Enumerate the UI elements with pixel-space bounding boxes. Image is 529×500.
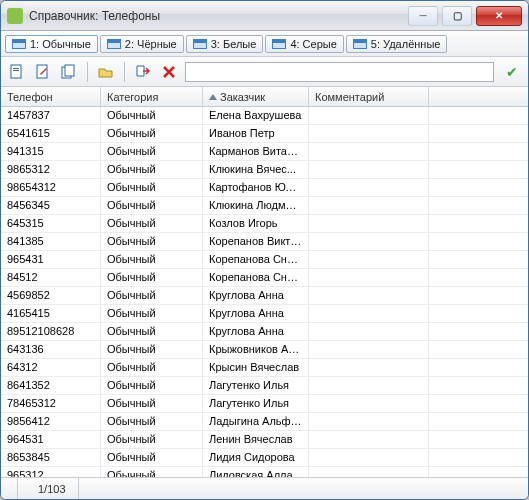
table-row[interactable]: 841385ОбычныйКорепанов Виктор	[1, 233, 528, 251]
cell-category: Обычный	[101, 431, 203, 448]
table-row[interactable]: 8641352ОбычныйЛагутенко Илья	[1, 377, 528, 395]
table-row[interactable]: 1457837ОбычныйЕлена Вахрушева	[1, 107, 528, 125]
category-tabs-bar: 1: Обычные2: Чёрные3: Белые4: Серые5: Уд…	[1, 31, 528, 57]
category-tab-1[interactable]: 2: Чёрные	[100, 35, 184, 53]
svg-rect-0	[11, 65, 21, 78]
table-row[interactable]: 965312ОбычныйЛидовская Алла	[1, 467, 528, 477]
cell-customer: Круглова Анна	[203, 305, 309, 322]
table-row[interactable]: 645315ОбычныйКозлов Игорь	[1, 215, 528, 233]
cell-category: Обычный	[101, 377, 203, 394]
record-position: 1/103	[17, 478, 79, 499]
cell-phone: 4165415	[1, 305, 101, 322]
category-tab-2[interactable]: 3: Белые	[186, 35, 264, 53]
cell-phone: 841385	[1, 233, 101, 250]
table-row[interactable]: 643136ОбычныйКрыжовников Аб...	[1, 341, 528, 359]
cell-comment	[309, 161, 429, 178]
table-row[interactable]: 9865312ОбычныйКлюкина Вячес...	[1, 161, 528, 179]
svg-rect-3	[37, 65, 47, 78]
category-tab-3[interactable]: 4: Серые	[265, 35, 343, 53]
cell-phone: 9865312	[1, 161, 101, 178]
content-area: Телефон Категория Заказчик Комментарий 1…	[1, 87, 528, 477]
cell-comment	[309, 233, 429, 250]
sort-asc-icon	[209, 94, 217, 100]
cell-phone: 8641352	[1, 377, 101, 394]
tab-table-icon	[107, 39, 121, 49]
export-button[interactable]	[133, 62, 153, 82]
copy-record-button[interactable]	[59, 62, 79, 82]
cell-category: Обычный	[101, 467, 203, 477]
search-input[interactable]	[185, 62, 494, 82]
grid-body[interactable]: 1457837ОбычныйЕлена Вахрушева6541615Обыч…	[1, 107, 528, 477]
cell-phone: 964531	[1, 431, 101, 448]
table-row[interactable]: 965431ОбычныйКорепанова Сне...	[1, 251, 528, 269]
cell-customer: Лидия Сидорова	[203, 449, 309, 466]
app-window: Справочник: Телефоны ─ ▢ ✕ 1: Обычные2: …	[0, 0, 529, 500]
cell-category: Обычный	[101, 215, 203, 232]
cell-comment	[309, 323, 429, 340]
cell-customer: Карманов Виталий	[203, 143, 309, 160]
cell-phone: 965431	[1, 251, 101, 268]
cell-category: Обычный	[101, 359, 203, 376]
cell-category: Обычный	[101, 323, 203, 340]
cell-customer: Круглова Анна	[203, 287, 309, 304]
app-icon	[7, 8, 23, 24]
cell-customer: Ленин Вячеслав	[203, 431, 309, 448]
table-row[interactable]: 4165415ОбычныйКруглова Анна	[1, 305, 528, 323]
delete-x-icon	[162, 65, 176, 79]
cell-comment	[309, 179, 429, 196]
edit-record-button[interactable]	[33, 62, 53, 82]
table-row[interactable]: 64312ОбычныйКрысин Вячеслав	[1, 359, 528, 377]
cell-phone: 6541615	[1, 125, 101, 142]
tab-label: 1: Обычные	[30, 38, 91, 50]
cell-phone: 643136	[1, 341, 101, 358]
cell-customer: Ладыгина Альфия	[203, 413, 309, 430]
cell-category: Обычный	[101, 449, 203, 466]
document-copy-icon	[61, 64, 77, 80]
table-row[interactable]: 98654312ОбычныйКартофанов Юлий	[1, 179, 528, 197]
cell-customer: Иванов Петр	[203, 125, 309, 142]
cell-phone: 941315	[1, 143, 101, 160]
apply-filter-button[interactable]: ✔	[506, 64, 518, 80]
table-row[interactable]: 84512ОбычныйКорепанова Сне...	[1, 269, 528, 287]
maximize-button[interactable]: ▢	[442, 6, 472, 26]
close-button[interactable]: ✕	[476, 6, 522, 26]
document-new-icon	[9, 64, 25, 80]
table-row[interactable]: 8653845ОбычныйЛидия Сидорова	[1, 449, 528, 467]
cell-comment	[309, 449, 429, 466]
column-header-comment[interactable]: Комментарий	[309, 87, 429, 106]
cell-category: Обычный	[101, 197, 203, 214]
cell-comment	[309, 359, 429, 376]
cell-comment	[309, 431, 429, 448]
new-record-button[interactable]	[7, 62, 27, 82]
tab-label: 5: Удалённые	[371, 38, 441, 50]
table-row[interactable]: 6541615ОбычныйИванов Петр	[1, 125, 528, 143]
table-row[interactable]: 9856412ОбычныйЛадыгина Альфия	[1, 413, 528, 431]
cell-customer: Елена Вахрушева	[203, 107, 309, 124]
cell-phone: 78465312	[1, 395, 101, 412]
category-tab-4[interactable]: 5: Удалённые	[346, 35, 448, 53]
minimize-button[interactable]: ─	[408, 6, 438, 26]
cell-category: Обычный	[101, 233, 203, 250]
delete-button[interactable]	[159, 62, 179, 82]
category-tab-0[interactable]: 1: Обычные	[5, 35, 98, 53]
cell-customer: Лагутенко Илья	[203, 377, 309, 394]
table-row[interactable]: 89512108628ОбычныйКруглова Анна	[1, 323, 528, 341]
refresh-button[interactable]	[96, 62, 116, 82]
column-header-customer[interactable]: Заказчик	[203, 87, 309, 106]
folder-open-icon	[98, 64, 114, 80]
cell-phone: 98654312	[1, 179, 101, 196]
tab-table-icon	[272, 39, 286, 49]
column-header-category[interactable]: Категория	[101, 87, 203, 106]
column-header-phone[interactable]: Телефон	[1, 87, 101, 106]
table-row[interactable]: 941315ОбычныйКарманов Виталий	[1, 143, 528, 161]
table-row[interactable]: 78465312ОбычныйЛагутенко Илья	[1, 395, 528, 413]
cell-category: Обычный	[101, 287, 203, 304]
table-row[interactable]: 4569852ОбычныйКруглова Анна	[1, 287, 528, 305]
tab-label: 4: Серые	[290, 38, 336, 50]
table-row[interactable]: 8456345ОбычныйКлюкина Людмила	[1, 197, 528, 215]
separator	[124, 62, 125, 82]
table-row[interactable]: 964531ОбычныйЛенин Вячеслав	[1, 431, 528, 449]
cell-comment	[309, 305, 429, 322]
cell-customer: Крыжовников Аб...	[203, 341, 309, 358]
toolbar: ✔	[1, 57, 528, 87]
